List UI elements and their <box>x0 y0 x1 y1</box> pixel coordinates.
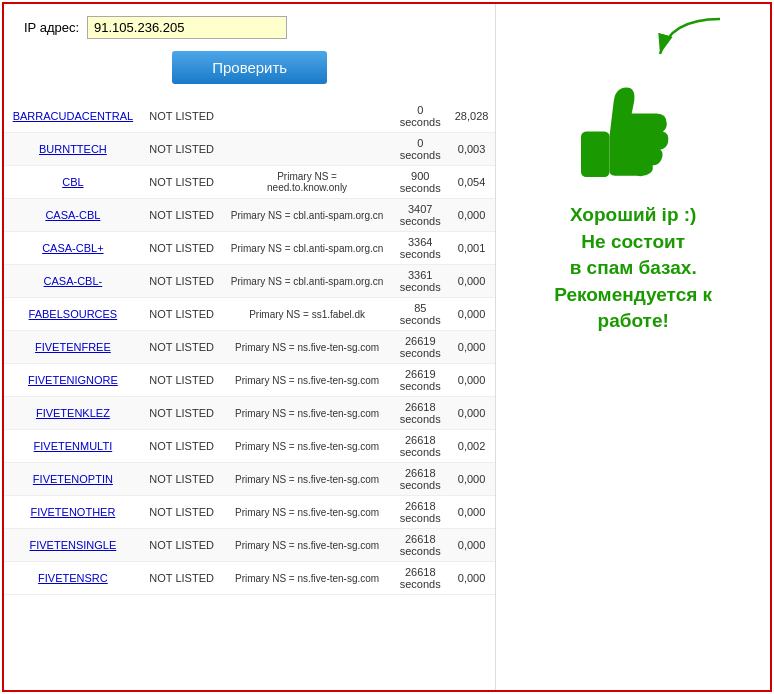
table-row: CASA-CBL-NOT LISTEDPrimary NS = cbl.anti… <box>4 265 495 298</box>
table-row: FIVETENKLEZNOT LISTEDPrimary NS = ns.fiv… <box>4 397 495 430</box>
table-row: FIVETENOPTINNOT LISTEDPrimary NS = ns.fi… <box>4 463 495 496</box>
row-extra: Primary NS = cbl.anti-spam.org.cn <box>221 199 392 232</box>
row-score: 0,000 <box>448 364 496 397</box>
table-row: BARRACUDACENTRALNOT LISTED0seconds28,028 <box>4 100 495 133</box>
svg-rect-1 <box>581 132 610 178</box>
row-extra: Primary NS = ns.five-ten-sg.com <box>221 562 392 595</box>
table-row: CASA-CBLNOT LISTEDPrimary NS = cbl.anti-… <box>4 199 495 232</box>
row-name[interactable]: CASA-CBL+ <box>4 232 142 265</box>
row-extra: Primary NS = ns.five-ten-sg.com <box>221 397 392 430</box>
row-extra: Primary NS = ns.five-ten-sg.com <box>221 331 392 364</box>
table-row: CBLNOT LISTEDPrimary NS =need.to.know.on… <box>4 166 495 199</box>
row-time: 26618seconds <box>393 496 448 529</box>
row-extra <box>221 133 392 166</box>
row-extra: Primary NS = ns.five-ten-sg.com <box>221 529 392 562</box>
row-name[interactable]: BURNTTECH <box>4 133 142 166</box>
ip-input[interactable] <box>87 16 287 39</box>
row-name[interactable]: BARRACUDACENTRAL <box>4 100 142 133</box>
row-extra: Primary NS = cbl.anti-spam.org.cn <box>221 232 392 265</box>
row-time: 0seconds <box>393 133 448 166</box>
row-status: NOT LISTED <box>142 199 222 232</box>
check-btn-row: Проверить <box>4 47 495 100</box>
row-name[interactable]: FIVETENOPTIN <box>4 463 142 496</box>
row-time: 900seconds <box>393 166 448 199</box>
row-status: NOT LISTED <box>142 331 222 364</box>
row-name[interactable]: CBL <box>4 166 142 199</box>
row-time: 26618seconds <box>393 463 448 496</box>
row-score: 0,054 <box>448 166 496 199</box>
row-status: NOT LISTED <box>142 166 222 199</box>
row-time: 26618seconds <box>393 430 448 463</box>
row-score: 28,028 <box>448 100 496 133</box>
check-button[interactable]: Проверить <box>172 51 327 84</box>
row-name[interactable]: CASA-CBL- <box>4 265 142 298</box>
row-time: 3364seconds <box>393 232 448 265</box>
table-row: FIVETENSINGLENOT LISTEDPrimary NS = ns.f… <box>4 529 495 562</box>
row-name[interactable]: FIVETENOTHER <box>4 496 142 529</box>
row-status: NOT LISTED <box>142 430 222 463</box>
ip-label: IP адрес: <box>24 20 79 35</box>
row-time: 26619seconds <box>393 331 448 364</box>
table-row: FIVETENOTHERNOT LISTEDPrimary NS = ns.fi… <box>4 496 495 529</box>
row-extra: Primary NS = ns.five-ten-sg.com <box>221 496 392 529</box>
row-name[interactable]: FIVETENIGNORE <box>4 364 142 397</box>
good-text: Хороший ip :)Не состоитв спам базах.Реко… <box>554 202 712 335</box>
row-time: 26619seconds <box>393 364 448 397</box>
right-panel: Хороший ip :)Не состоитв спам базах.Реко… <box>496 4 770 690</box>
row-score: 0,000 <box>448 397 496 430</box>
row-score: 0,003 <box>448 133 496 166</box>
row-score: 0,000 <box>448 463 496 496</box>
row-time: 0seconds <box>393 100 448 133</box>
row-extra: Primary NS = ns.five-ten-sg.com <box>221 430 392 463</box>
row-status: NOT LISTED <box>142 232 222 265</box>
row-extra: Primary NS = ns.five-ten-sg.com <box>221 463 392 496</box>
row-extra: Primary NS = ss1.fabel.dk <box>221 298 392 331</box>
row-status: NOT LISTED <box>142 364 222 397</box>
row-time: 26618seconds <box>393 397 448 430</box>
row-time: 3361seconds <box>393 265 448 298</box>
row-status: NOT LISTED <box>142 298 222 331</box>
row-time: 26618seconds <box>393 562 448 595</box>
row-extra: Primary NS = ns.five-ten-sg.com <box>221 364 392 397</box>
row-time: 26618seconds <box>393 529 448 562</box>
table-row: FABELSOURCESNOT LISTEDPrimary NS = ss1.f… <box>4 298 495 331</box>
row-extra: Primary NS = cbl.anti-spam.org.cn <box>221 265 392 298</box>
row-status: NOT LISTED <box>142 529 222 562</box>
row-score: 0,000 <box>448 331 496 364</box>
row-name[interactable]: FIVETENSRC <box>4 562 142 595</box>
row-score: 0,001 <box>448 232 496 265</box>
row-score: 0,000 <box>448 496 496 529</box>
row-status: NOT LISTED <box>142 100 222 133</box>
row-extra <box>221 100 392 133</box>
results-table: BARRACUDACENTRALNOT LISTED0seconds28,028… <box>4 100 495 595</box>
row-name[interactable]: CASA-CBL <box>4 199 142 232</box>
main-container: IP адрес: Проверить BARRACUDACENTRALNOT … <box>2 2 772 692</box>
row-time: 85seconds <box>393 298 448 331</box>
table-area: BARRACUDACENTRALNOT LISTED0seconds28,028… <box>4 100 495 690</box>
row-name[interactable]: FABELSOURCES <box>4 298 142 331</box>
arrow-icon <box>650 14 730 64</box>
arrow-area <box>506 14 760 64</box>
row-score: 0,000 <box>448 298 496 331</box>
thumbs-up-icon <box>568 64 698 194</box>
row-score: 0,000 <box>448 529 496 562</box>
table-row: FIVETENIGNORENOT LISTEDPrimary NS = ns.f… <box>4 364 495 397</box>
row-score: 0,000 <box>448 562 496 595</box>
row-status: NOT LISTED <box>142 463 222 496</box>
row-score: 0,000 <box>448 199 496 232</box>
row-name[interactable]: FIVETENKLEZ <box>4 397 142 430</box>
table-row: CASA-CBL+NOT LISTEDPrimary NS = cbl.anti… <box>4 232 495 265</box>
row-time: 3407seconds <box>393 199 448 232</box>
row-score: 0,000 <box>448 265 496 298</box>
row-name[interactable]: FIVETENMULTI <box>4 430 142 463</box>
table-row: FIVETENMULTINOT LISTEDPrimary NS = ns.fi… <box>4 430 495 463</box>
row-status: NOT LISTED <box>142 496 222 529</box>
table-row: FIVETENFREENOT LISTEDPrimary NS = ns.fiv… <box>4 331 495 364</box>
left-panel: IP адрес: Проверить BARRACUDACENTRALNOT … <box>4 4 496 690</box>
table-row: FIVETENSRCNOT LISTEDPrimary NS = ns.five… <box>4 562 495 595</box>
row-name[interactable]: FIVETENFREE <box>4 331 142 364</box>
row-name[interactable]: FIVETENSINGLE <box>4 529 142 562</box>
row-status: NOT LISTED <box>142 133 222 166</box>
row-status: NOT LISTED <box>142 397 222 430</box>
ip-row: IP адрес: <box>4 4 495 47</box>
